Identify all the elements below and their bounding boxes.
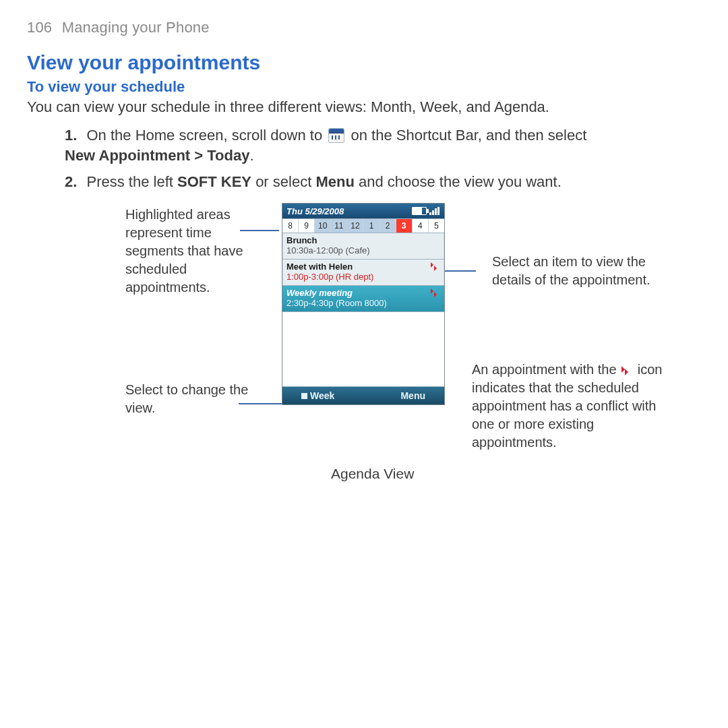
step-1: 1. On the Home screen, scroll down to on… [65, 125, 701, 165]
appointment-item[interactable]: Meet with Helen1:00p-3:00p (HR dept) [282, 260, 444, 286]
soft-key-bar: Week Menu [282, 387, 444, 404]
step-2-a: Press the left [86, 173, 177, 190]
appointment-item[interactable]: Weekly meeting2:30p-4:30p (Room 8000) [282, 286, 444, 312]
calendar-icon [328, 128, 344, 143]
time-cell[interactable]: 5 [429, 219, 444, 233]
conflict-icon [431, 289, 440, 298]
step-2-softkey: SOFT KEY [177, 173, 251, 190]
time-cell[interactable]: 1 [363, 219, 380, 233]
step-1-a: On the Home screen, scroll down to [86, 127, 322, 144]
figure: Highlighted areas represent time segment… [65, 206, 701, 495]
appointment-time: 10:30a-12:00p (Cafe) [286, 245, 440, 255]
phone-status-icons [412, 207, 440, 215]
step-2: 2. Press the left SOFT KEY or select Men… [65, 172, 701, 192]
callout-highlighted-areas: Highlighted areas represent time segment… [125, 206, 270, 297]
page-number: 106 [27, 19, 52, 36]
step-1-b: on the Shortcut Bar, and then select [351, 127, 586, 144]
phone-screenshot: Thu 5/29/2008 8910111212345 Brunch10:30a… [282, 203, 445, 405]
conflict-icon [621, 366, 632, 375]
intro-text: You can view your schedule in three diff… [27, 98, 701, 116]
battery-icon [412, 207, 427, 215]
leader-line [442, 270, 476, 272]
callout-conflict: An appointment with the icon indicates t… [472, 361, 674, 452]
time-cell[interactable]: 11 [331, 219, 347, 233]
time-cell[interactable]: 8 [282, 219, 299, 233]
blank-area [282, 312, 444, 387]
time-cell[interactable]: 4 [413, 219, 429, 233]
callout-conflict-a: An appointment with the [472, 362, 617, 377]
appointment-item[interactable]: Brunch10:30a-12:00p (Cafe) [282, 233, 444, 260]
appointment-title: Brunch [286, 235, 440, 245]
appointment-time: 1:00p-3:00p (HR dept) [286, 272, 440, 282]
section-title: Managing your Phone [62, 19, 210, 36]
callout-select-item: Select an item to view the details of th… [492, 253, 661, 289]
running-head: 106 Managing your Phone [27, 19, 701, 36]
appointment-title: Weekly meeting [286, 288, 440, 298]
time-cell[interactable]: 3 [396, 219, 413, 233]
appointment-time: 2:30p-4:30p (Room 8000) [286, 298, 440, 308]
phone-title-bar: Thu 5/29/2008 [282, 204, 444, 218]
appointment-list: Brunch10:30a-12:00p (Cafe)Meet with Hele… [282, 233, 444, 312]
step-2-e: and choose the view you want. [355, 173, 562, 190]
appointment-title: Meet with Helen [286, 262, 440, 272]
time-strip[interactable]: 8910111212345 [282, 218, 444, 233]
soft-key-left[interactable]: Week [301, 390, 334, 401]
heading-2: To view your schedule [27, 78, 701, 96]
time-cell[interactable]: 12 [347, 219, 363, 233]
heading-1: View your appointments [27, 51, 701, 74]
step-1-c: New Appointment > Today [65, 147, 249, 164]
conflict-icon [431, 262, 440, 272]
step-2-menu: Menu [315, 173, 354, 190]
signal-icon [429, 207, 440, 215]
time-cell[interactable]: 10 [315, 219, 331, 233]
soft-key-right[interactable]: Menu [400, 390, 425, 401]
time-cell[interactable]: 2 [380, 219, 396, 233]
leader-line [240, 230, 279, 231]
callout-change-view: Select to change the view. [125, 381, 270, 417]
step-2-c: or select [251, 173, 315, 190]
figure-caption: Agenda View [331, 466, 414, 482]
phone-date: Thu 5/29/2008 [286, 206, 344, 216]
leader-line [239, 403, 282, 404]
time-cell[interactable]: 9 [299, 219, 315, 233]
